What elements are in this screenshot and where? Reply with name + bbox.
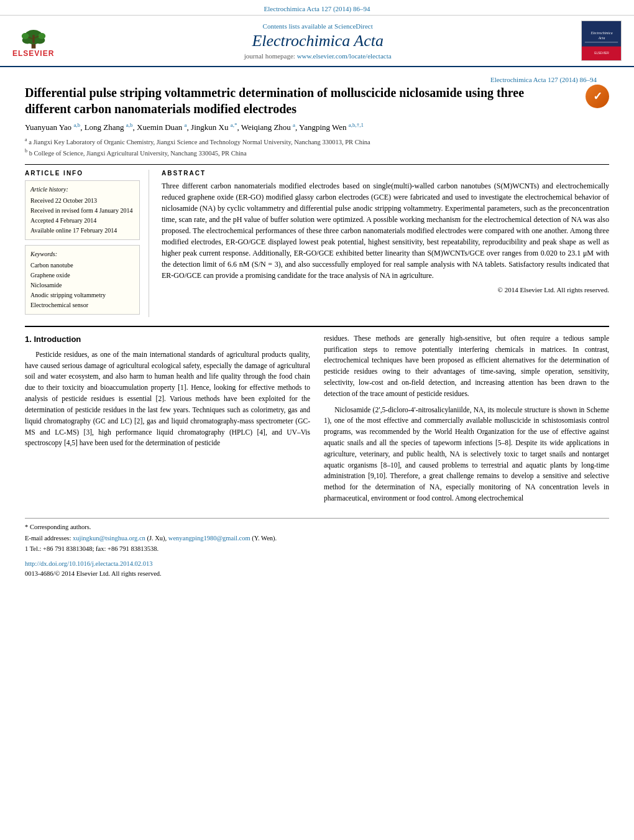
tel-line: 1 Tel.: +86 791 83813048; fax: +86 791 8…	[25, 544, 609, 554]
email-wen[interactable]: wenyangping1980@gmail.com	[168, 535, 250, 542]
journal-logo-icon: Electrochimica Acta ELSEVIER	[582, 21, 621, 61]
affiliation-a: a a Jiangxi Key Laboratory of Organic Ch…	[25, 136, 609, 147]
svg-text:Electrochimica: Electrochimica	[590, 31, 612, 35]
body-columns: 1. Introduction Pesticide residues, as o…	[25, 333, 609, 509]
svg-point-4	[22, 33, 29, 39]
journal-logo: Electrochimica Acta ELSEVIER	[581, 21, 622, 61]
received-date: Received 22 October 2013	[30, 196, 134, 206]
body-left-col: 1. Introduction Pesticide residues, as o…	[25, 333, 310, 509]
history-title: Article history:	[30, 185, 134, 195]
doi-line: http://dx.doi.org/10.1016/j.electacta.20…	[25, 559, 609, 569]
affiliation-b: b b College of Science, Jiangxi Agricult…	[25, 147, 609, 158]
keyword-4: Anodic stripping voltammetry	[30, 290, 134, 300]
footnotes-section: * Corresponding authors. E-mail addresse…	[25, 518, 609, 579]
section-divider	[25, 164, 609, 165]
accepted-date: Accepted 4 February 2014	[30, 216, 134, 226]
svg-text:Acta: Acta	[598, 36, 605, 40]
svg-point-5	[38, 33, 45, 39]
sciencedirect-link[interactable]: ScienceDirect	[334, 22, 373, 30]
revised-date: Received in revised form 4 January 2014	[30, 206, 134, 216]
keywords-box: Keywords: Carbon nanotube Graphene oxide…	[25, 245, 140, 315]
article-title: Differential pulse striping voltammetric…	[25, 85, 547, 117]
journal-header: ELSEVIER Contents lists available at Sci…	[0, 16, 634, 67]
journal-reference-bar: Electrochimica Acta 127 (2014) 86–94	[0, 0, 634, 16]
keywords-title: Keywords:	[30, 249, 134, 259]
email-xu[interactable]: xujingkun@tsinghua.org.cn	[73, 535, 145, 542]
online-date: Available online 17 February 2014	[30, 226, 134, 236]
affiliations: a a Jiangxi Key Laboratory of Organic Ch…	[25, 136, 609, 157]
article-title-section: Differential pulse striping voltammetric…	[25, 85, 609, 117]
doi-link[interactable]: http://dx.doi.org/10.1016/j.electacta.20…	[25, 560, 152, 567]
authors-line: Yuanyuan Yao a,b, Long Zhang a,b, Xuemin…	[25, 122, 609, 132]
homepage-line: journal homepage: www.elsevier.com/locat…	[60, 52, 575, 60]
info-abstract-columns: ARTICLE INFO Article history: Received 2…	[25, 170, 609, 317]
intro-para-2: residues. These methods are generally hi…	[324, 333, 609, 400]
keyword-5: Electrochemical sensor	[30, 300, 134, 310]
body-right-col: residues. These methods are generally hi…	[324, 333, 609, 509]
intro-para-1: Pesticide residues, as one of the main i…	[25, 349, 310, 449]
article-info-heading: ARTICLE INFO	[25, 170, 140, 177]
corresponding-note: * Corresponding authors.	[25, 522, 609, 532]
article-body: Electrochimica Acta 127 (2014) 86–94 Dif…	[0, 67, 634, 591]
elsevier-logo: ELSEVIER	[12, 24, 54, 58]
article-history-box: Article history: Received 22 October 201…	[25, 180, 140, 240]
issn-line: 0013-4686/© 2014 Elsevier Ltd. All right…	[25, 569, 609, 579]
keyword-3: Niclosamide	[30, 280, 134, 290]
abstract-column: ABSTRACT Three different carbon nanomate…	[162, 170, 609, 317]
contents-available-line: Contents lists available at ScienceDirec…	[60, 22, 575, 30]
elsevier-wordmark: ELSEVIER	[12, 49, 54, 58]
abstract-heading: ABSTRACT	[162, 170, 609, 177]
svg-text:ELSEVIER: ELSEVIER	[594, 52, 609, 55]
introduction-heading: 1. Introduction	[25, 333, 310, 346]
email-line: E-mail addresses: xujingkun@tsinghua.org…	[25, 533, 609, 543]
copyright-line: © 2014 Elsevier Ltd. All rights reserved…	[162, 286, 609, 293]
homepage-url[interactable]: www.elsevier.com/locate/electacta	[297, 52, 392, 60]
abstract-text: Three different carbon nanomaterials mod…	[162, 180, 609, 281]
elsevier-tree-icon	[18, 25, 49, 49]
svg-rect-6	[32, 35, 34, 43]
journal-title-block: Contents lists available at ScienceDirec…	[60, 22, 575, 60]
article-info-column: ARTICLE INFO Article history: Received 2…	[25, 170, 149, 317]
keyword-2: Graphene oxide	[30, 270, 134, 280]
keyword-1: Carbon nanotube	[30, 261, 134, 270]
crossmark-badge[interactable]: ✓	[586, 85, 609, 108]
intro-para-3: Niclosamide (2′,5-dicloro-4′-nitrosalicy…	[324, 405, 609, 504]
journal-citation: Electrochimica Acta 127 (2014) 86–94	[264, 5, 370, 12]
main-divider	[25, 326, 609, 327]
article-citation-line: Electrochimica Acta 127 (2014) 86–94	[25, 73, 609, 85]
journal-name: Electrochimica Acta	[60, 32, 575, 50]
